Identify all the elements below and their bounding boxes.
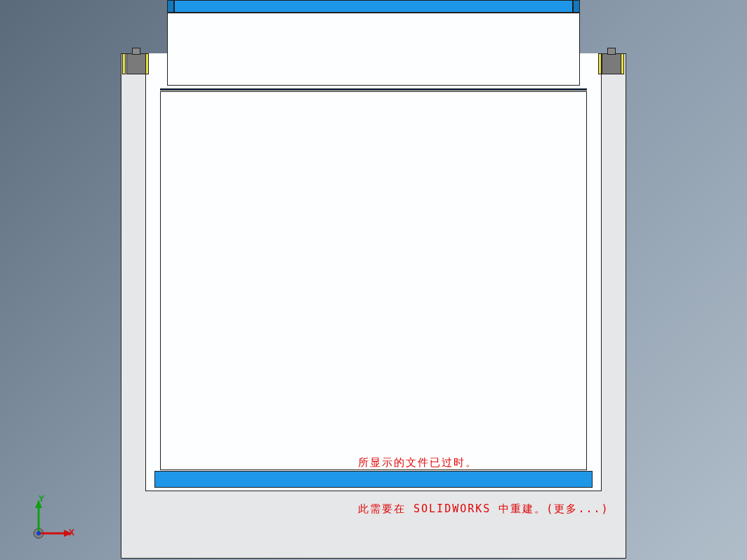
coordinate-triad[interactable] (25, 498, 74, 547)
warning-line-2: 此需要在 SOLIDWORKS 中重建。(更多...) (358, 501, 609, 516)
model-top-plate-body (167, 13, 580, 86)
model-flange-yellow (122, 53, 126, 74)
model-flange-cap-right (602, 53, 621, 74)
model-inner-topline (160, 88, 587, 91)
rebuild-warning[interactable]: 所显示的文件已过时。 此需要在 SOLIDWORKS 中重建。(更多...) (358, 424, 609, 547)
warning-line-1: 所显示的文件已过时。 (358, 455, 609, 470)
model-top-plate-edge (573, 0, 580, 13)
model-inner-block (160, 91, 587, 470)
model-flange-nub-right (607, 48, 616, 55)
triad-y-label: Y (39, 494, 44, 504)
model-top-plate-edge (167, 0, 174, 13)
cad-viewport[interactable]: Y X 所显示的文件已过时。 此需要在 SOLIDWORKS 中重建。(更多..… (0, 0, 747, 560)
triad-x-label: X (69, 528, 74, 538)
model-flange-cap-left (126, 53, 146, 74)
svg-point-4 (37, 531, 41, 535)
model-flange-nub-left (132, 48, 140, 55)
model-top-plate-blue (174, 0, 573, 13)
